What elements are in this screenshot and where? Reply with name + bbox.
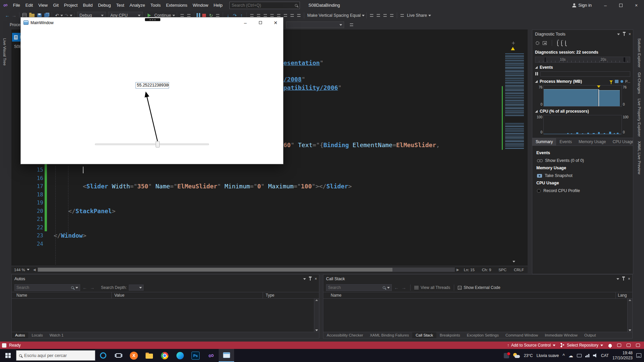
pin-icon[interactable] <box>623 278 624 281</box>
menu-window[interactable]: Window <box>190 0 211 10</box>
edge-tab-git-changes[interactable]: Git Changes <box>637 72 641 94</box>
app-maximize-button[interactable] <box>253 17 268 28</box>
menu-help[interactable]: Help <box>211 0 225 10</box>
snap-to-grid-icon[interactable] <box>383 13 387 18</box>
code-line-18[interactable]: 18 <box>11 191 352 199</box>
menu-tools[interactable]: Tools <box>148 0 163 10</box>
code-line-15[interactable]: 15 <box>11 166 352 174</box>
code-line-21[interactable]: 21 <box>11 215 352 224</box>
live-share-icon[interactable] <box>400 13 405 18</box>
weather-temp[interactable]: 23°C <box>524 353 533 358</box>
bottom-tab-exception-settings[interactable]: Exception Settings <box>464 332 502 338</box>
minimap[interactable] <box>505 123 524 150</box>
code-line-23[interactable]: 23</Window> <box>11 232 352 240</box>
column-header-name[interactable]: Name <box>12 292 111 298</box>
memory-chart[interactable] <box>543 85 622 107</box>
menu-git[interactable]: Git <box>50 0 61 10</box>
minimap[interactable] <box>505 53 524 117</box>
pin-icon[interactable] <box>624 33 625 36</box>
code-line-19[interactable]: 19 <box>11 199 352 207</box>
code-fragment[interactable]: /2008" <box>283 75 305 84</box>
running-app-button[interactable] <box>219 349 234 362</box>
column-header-lang[interactable]: Lang <box>615 292 632 298</box>
app-close-button[interactable]: ✕ <box>268 17 283 28</box>
onedrive-cloud-icon[interactable]: ☁ <box>569 353 573 358</box>
code-fragment[interactable]: 60" Text="{Binding ElementName=ElMeuSlid… <box>283 141 440 149</box>
open-file-icon[interactable] <box>29 14 35 17</box>
bottom-tab-command-window[interactable]: Command Window <box>502 332 541 338</box>
menu-test[interactable]: Test <box>113 0 127 10</box>
callstack-body[interactable] <box>323 299 632 332</box>
taskbar-search-box[interactable] <box>16 350 95 361</box>
zoom-dropdown[interactable]: 144 % <box>11 268 32 272</box>
close-panel-icon[interactable]: × <box>315 277 317 281</box>
bottom-tab-call-stack[interactable]: Call Stack <box>412 332 436 338</box>
live-share-dropdown-icon[interactable] <box>428 15 431 16</box>
code-line-16[interactable]: 16 <box>11 174 352 183</box>
add-to-source-control-button[interactable]: ↑Add to Source Control <box>507 343 555 348</box>
callstack-search-input[interactable] <box>328 285 381 290</box>
search-depth-spinner[interactable] <box>129 285 144 291</box>
timeline-current-marker[interactable] <box>624 57 625 62</box>
scroll-up-icon[interactable] <box>315 299 318 301</box>
start-button[interactable] <box>0 349 16 362</box>
code-line-17[interactable]: 17 <Slider Width="350" Name="ElMeuSlider… <box>11 182 352 191</box>
undo-dropdown-icon[interactable] <box>60 15 63 16</box>
menu-debug[interactable]: Debug <box>95 0 113 10</box>
notification-badge-icon[interactable] <box>504 353 509 358</box>
show-external-code-icon[interactable] <box>458 286 462 290</box>
bottom-tab-output[interactable]: Output <box>581 332 599 338</box>
stop-debugging-icon[interactable] <box>202 14 206 17</box>
close-button[interactable]: × <box>629 0 644 10</box>
debug-adorner-toolbar[interactable] <box>145 18 160 21</box>
view-all-threads-icon[interactable] <box>414 286 419 290</box>
search-next-icon[interactable]: → <box>401 285 407 290</box>
minimize-button[interactable]: – <box>598 0 613 10</box>
close-panel-icon[interactable]: × <box>629 32 631 37</box>
app-minimize-button[interactable]: – <box>238 17 253 28</box>
display-icon[interactable] <box>577 354 582 357</box>
pause-events-icon[interactable] <box>535 72 538 76</box>
bottom-tab-immediate-window[interactable]: Immediate Window <box>541 332 581 338</box>
chrome-button[interactable] <box>157 349 172 362</box>
zoom-out-icon[interactable]: − <box>561 41 562 45</box>
select-repository-button[interactable]: Select Repository <box>561 343 603 348</box>
vertical-scrollbar[interactable] <box>314 299 319 332</box>
search-prev-icon[interactable]: ← <box>394 285 399 290</box>
scroll-up-icon[interactable] <box>629 299 631 301</box>
menu-view[interactable]: View <box>36 0 50 10</box>
file-explorer-button[interactable] <box>142 349 157 362</box>
edge-tab-live-visual-tree[interactable]: Live Visual Tree <box>3 38 7 66</box>
menu-edit[interactable]: Edit <box>23 0 36 10</box>
edge-tab-live-property-explorer[interactable]: Live Property Explorer <box>637 99 641 137</box>
export-icon[interactable] <box>543 41 547 45</box>
record-cpu-link[interactable]: Record CPU Profile <box>543 188 580 193</box>
bottom-tab-xaml-binding-failures[interactable]: XAML Binding Failures <box>367 332 413 338</box>
column-header-name[interactable]: Name <box>323 292 615 298</box>
autos-body[interactable] <box>12 299 319 332</box>
column-header-value[interactable]: Value <box>111 292 263 298</box>
code-line-20[interactable]: 20 </StackPanel> <box>11 207 352 216</box>
autos-tab-watch-1[interactable]: Watch 1 <box>46 332 67 338</box>
edge-tab-xaml-live-preview[interactable]: XAML Live Preview <box>637 141 641 174</box>
live-share-button[interactable]: Live Share <box>407 13 427 18</box>
network-icon[interactable] <box>585 354 589 357</box>
make-same-width-icon[interactable] <box>290 13 294 18</box>
diag-tab-cpu-usage[interactable]: CPU Usage <box>609 138 633 145</box>
navigate-forward-icon[interactable]: → <box>11 11 17 20</box>
pin-icon[interactable] <box>310 278 311 281</box>
edge-tab-solution-explorer[interactable]: Solution Explorer <box>637 38 641 68</box>
cpu-chart[interactable] <box>543 115 622 134</box>
sign-in-button[interactable]: Sign in <box>578 3 592 8</box>
autos-tab-locals[interactable]: Locals <box>28 332 46 338</box>
window-menu-icon[interactable] <box>616 278 619 280</box>
code-fragment[interactable]: esentation" <box>283 59 323 67</box>
code-line-24[interactable]: 24 <box>11 240 352 248</box>
autos-search-input[interactable] <box>16 285 69 290</box>
zoom-tool-icon[interactable] <box>369 13 374 18</box>
taskbar-search-input[interactable] <box>24 353 92 358</box>
autos-search-box[interactable] <box>14 284 80 291</box>
background-tasks-icon[interactable] <box>2 343 6 348</box>
threads-icon[interactable] <box>349 22 354 27</box>
volume-icon[interactable] <box>593 354 597 358</box>
